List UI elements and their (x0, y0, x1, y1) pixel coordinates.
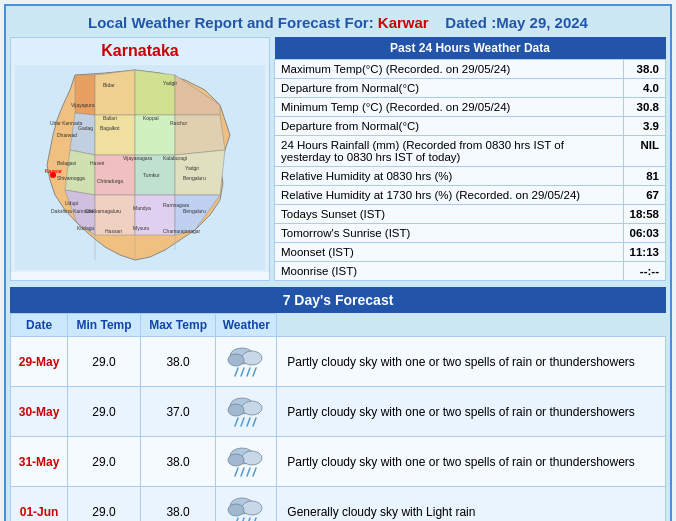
svg-line-74 (247, 468, 250, 476)
forecast-min-temp: 29.0 (68, 487, 141, 522)
svg-point-71 (228, 454, 244, 466)
past24-row: Tomorrow's Sunrise (IST)06:03 (275, 224, 666, 243)
forecast-weather-desc: Partly cloudy sky with one or two spells… (277, 437, 666, 487)
map-container: Karnataka (10, 37, 270, 281)
forecast-table: DateMin TempMax TempWeather 29-May29.038… (10, 313, 666, 521)
past24-label: Departure from Normal(°C) (275, 79, 624, 98)
svg-marker-10 (135, 70, 175, 115)
past24-value: 3.9 (623, 117, 665, 136)
header-title: Local Weather Report and Forecast For: (88, 14, 374, 31)
forecast-row: 30-May29.037.0 Partly cloudy sky with on… (11, 387, 666, 437)
svg-text:Koppal: Koppal (143, 115, 159, 121)
past24-row: Moonset (IST)11:13 (275, 243, 666, 262)
past24-row: Moonrise (IST)--:-- (275, 262, 666, 281)
forecast-section: 7 Day's Forecast DateMin TempMax TempWea… (10, 287, 666, 521)
past24-label: Moonrise (IST) (275, 262, 624, 281)
header-date: Dated :May 29, 2024 (445, 14, 588, 31)
svg-line-67 (247, 418, 250, 426)
svg-text:Bengaluru: Bengaluru (183, 175, 206, 181)
svg-text:Belagavi: Belagavi (57, 160, 76, 166)
svg-marker-16 (65, 150, 95, 195)
past24-label: 24 Hours Rainfall (mm) (Recorded from 08… (275, 136, 624, 167)
svg-text:Gadag: Gadag (78, 125, 93, 131)
forecast-date: 01-Jun (11, 487, 68, 522)
svg-text:Yadgir: Yadgir (185, 165, 199, 171)
past24-row: Todays Sunset (IST)18:58 (275, 205, 666, 224)
past24-row: Departure from Normal(°C)3.9 (275, 117, 666, 136)
forecast-max-temp: 37.0 (140, 387, 215, 437)
forecast-date: 29-May (11, 337, 68, 387)
past24-row: Departure from Normal(°C)4.0 (275, 79, 666, 98)
forecast-title: 7 Day's Forecast (10, 287, 666, 313)
svg-text:Yadgir: Yadgir (163, 80, 177, 86)
forecast-min-temp: 29.0 (68, 387, 141, 437)
svg-text:Bagalkot: Bagalkot (100, 125, 120, 131)
map-title: Karnataka (11, 38, 269, 62)
svg-marker-14 (135, 115, 175, 155)
past24-row: Relative Humidity at 0830 hrs (%)81 (275, 167, 666, 186)
svg-text:Ballari: Ballari (103, 115, 117, 121)
past24-row: Minimum Temp (°C) (Recorded. on 29/05/24… (275, 98, 666, 117)
forecast-date: 30-May (11, 387, 68, 437)
svg-text:Kodagu: Kodagu (77, 225, 94, 231)
forecast-max-temp: 38.0 (140, 437, 215, 487)
forecast-weather-icon (216, 437, 277, 487)
past24-label: Relative Humidity at 1730 hrs (%) (Recor… (275, 186, 624, 205)
svg-marker-13 (95, 115, 135, 155)
past-24-header: Past 24 Hours Weather Data (275, 37, 666, 60)
svg-text:Chitradurga: Chitradurga (97, 178, 123, 184)
svg-line-72 (235, 468, 238, 476)
svg-line-66 (241, 418, 244, 426)
past24-label: Todays Sunset (IST) (275, 205, 624, 224)
past-24-section: Past 24 Hours Weather Data Maximum Temp(… (274, 37, 666, 281)
svg-point-70 (242, 451, 262, 465)
past24-label: Minimum Temp (°C) (Recorded. on 29/05/24… (275, 98, 624, 117)
page-header: Local Weather Report and Forecast For: K… (10, 10, 666, 37)
svg-text:Vijayanagara: Vijayanagara (123, 155, 152, 161)
past24-row: 24 Hours Rainfall (mm) (Recorded from 08… (275, 136, 666, 167)
svg-line-68 (253, 418, 256, 426)
svg-text:Haveri: Haveri (90, 160, 104, 166)
forecast-weather-desc: Partly cloudy sky with one or two spells… (277, 387, 666, 437)
forecast-col-header: Min Temp (68, 314, 141, 337)
forecast-col-header: Date (11, 314, 68, 337)
forecast-date: 31-May (11, 437, 68, 487)
forecast-row: 29-May29.038.0 Partly cloudy sky with on… (11, 337, 666, 387)
svg-line-59 (241, 368, 244, 376)
forecast-max-temp: 38.0 (140, 487, 215, 522)
past24-value: --:-- (623, 262, 665, 281)
main-container: Local Weather Report and Forecast For: K… (4, 4, 672, 521)
svg-point-56 (242, 351, 262, 365)
past24-value: 30.8 (623, 98, 665, 117)
top-section: Karnataka (10, 37, 666, 281)
map-svg: Bidar Yadgir Vijayapura Uttar Kannada Dh… (11, 62, 269, 272)
forecast-min-temp: 29.0 (68, 337, 141, 387)
svg-text:Bidar: Bidar (103, 82, 115, 88)
past24-value: 18:58 (623, 205, 665, 224)
past24-value: NIL (623, 136, 665, 167)
forecast-row: 31-May29.038.0 Partly cloudy sky with on… (11, 437, 666, 487)
svg-point-57 (228, 354, 244, 366)
svg-text:Mysuru: Mysuru (133, 225, 150, 231)
svg-point-78 (228, 504, 244, 516)
svg-text:Chikkamagaluru: Chikkamagaluru (85, 208, 121, 214)
forecast-weather-desc: Partly cloudy sky with one or two spells… (277, 337, 666, 387)
svg-text:Dharwad: Dharwad (57, 132, 77, 138)
past24-value: 81 (623, 167, 665, 186)
svg-line-60 (247, 368, 250, 376)
past24-label: Departure from Normal(°C) (275, 117, 624, 136)
svg-text:Bengaluru: Bengaluru (183, 208, 206, 214)
svg-text:Udupi: Udupi (65, 200, 78, 206)
past24-value: 4.0 (623, 79, 665, 98)
past-24-table: Past 24 Hours Weather Data Maximum Temp(… (274, 37, 666, 281)
forecast-weather-icon (216, 387, 277, 437)
past24-label: Tomorrow's Sunrise (IST) (275, 224, 624, 243)
svg-marker-8 (75, 75, 95, 115)
svg-point-77 (242, 501, 262, 515)
svg-text:Kalaburagi: Kalaburagi (163, 155, 187, 161)
svg-text:Tumkur: Tumkur (143, 172, 160, 178)
forecast-max-temp: 38.0 (140, 337, 215, 387)
past24-value: 06:03 (623, 224, 665, 243)
svg-text:Shivamogga: Shivamogga (57, 175, 85, 181)
svg-text:Hassan: Hassan (105, 228, 122, 234)
